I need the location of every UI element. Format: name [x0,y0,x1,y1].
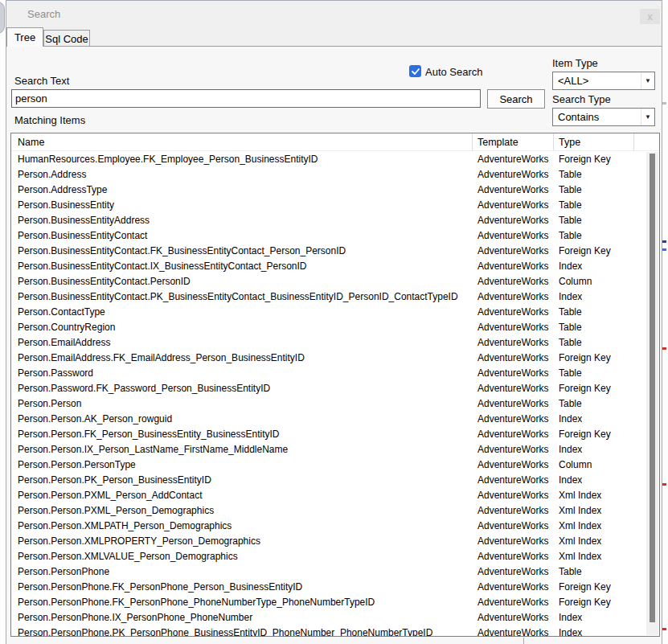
column-header-name[interactable]: Name [11,133,473,150]
table-row[interactable]: Person.EmailAddress AdventureWorks Table [11,334,646,350]
cell-type: Column [554,459,634,470]
table-row[interactable]: Person.BusinessEntityContact.FK_Business… [11,243,646,258]
table-row[interactable]: Person.PersonPhone.IX_PersonPhone_PhoneN… [11,609,646,625]
cell-type: Table [554,337,634,348]
table-row[interactable]: Person.PersonPhone.FK_PersonPhone_Person… [11,579,646,594]
cell-type: Index [554,291,634,302]
table-row[interactable]: Person.Person AdventureWorks Table [11,396,646,411]
cell-type: Table [554,322,634,333]
table-row[interactable]: HumanResources.Employee.FK_Employee_Pers… [11,151,646,166]
table-row[interactable]: Person.PersonPhone AdventureWorks Table [11,564,646,579]
table-row[interactable]: Person.CountryRegion AdventureWorks Tabl… [11,319,646,334]
cell-name: Person.BusinessEntityContact.FK_Business… [11,245,473,256]
table-row[interactable]: Person.Person.XMLVALUE_Person_Demographi… [11,548,646,564]
cell-name: Person.Password.FK_Password_Person_Busin… [11,383,473,394]
results-list: Name Template Type HumanResources.Employ… [10,133,660,637]
vertical-scrollbar[interactable] [646,152,658,635]
table-row[interactable]: Person.Person.PersonType AdventureWorks … [11,457,646,472]
table-row[interactable]: Person.BusinessEntityContact.IX_Business… [11,258,646,273]
cell-type: Index [554,627,634,637]
table-row[interactable]: Person.PersonPhone.PK_PersonPhone_Busine… [11,625,646,636]
scrollbar-thumb[interactable] [650,154,655,622]
cell-template: AdventureWorks [473,154,554,165]
background-artifact [662,240,666,243]
cell-name: Person.Person.AK_Person_rowguid [11,413,473,425]
table-row[interactable]: Person.BusinessEntityAddress AdventureWo… [11,212,646,228]
cell-template: AdventureWorks [473,260,554,272]
table-row[interactable]: Person.ContactType AdventureWorks Table [11,304,646,319]
cell-template: AdventureWorks [473,276,554,287]
search-type-select[interactable]: Contains ▼ [552,108,655,126]
table-row[interactable]: Person.Person.AK_Person_rowguid Adventur… [11,411,646,426]
table-row[interactable]: Person.EmailAddress.FK_EmailAddress_Pers… [11,350,646,365]
title-bar[interactable]: Search x [6,1,662,27]
cell-name: Person.BusinessEntityContact.PersonID [11,276,473,287]
table-row[interactable]: Person.Person.PXML_Person_AddContact Adv… [11,487,646,502]
table-row[interactable]: Person.Person.FK_Person_BusinessEntity_B… [11,426,646,441]
cell-template: AdventureWorks [473,322,554,333]
cell-template: AdventureWorks [473,520,554,531]
tab-strip: Tree Sql Code [6,27,662,46]
table-row[interactable]: Person.Person.IX_Person_LastName_FirstNa… [11,441,646,457]
cell-template: AdventureWorks [473,169,554,180]
auto-search-label: Auto Search [425,66,483,78]
cell-type: Table [554,367,634,379]
table-row[interactable]: Person.Person.PK_Person_BusinessEntityID… [11,472,646,487]
results-body: HumanResources.Employee.FK_Employee_Pers… [11,151,646,636]
cell-name: Person.Person.PK_Person_BusinessEntityID [11,474,473,486]
item-type-select[interactable]: <ALL> ▼ [552,72,655,90]
tab-tree[interactable]: Tree [6,27,43,47]
item-type-value: <ALL> [553,75,641,87]
table-row[interactable]: Person.Person.XMLPROPERTY_Person_Demogra… [11,533,646,548]
cell-template: AdventureWorks [473,352,554,363]
results-header: Name Template Type [11,133,659,151]
cell-type: Xml Index [554,505,634,516]
window-title: Search [27,8,60,20]
background-shape [0,2,5,34]
tab-tree-label: Tree [14,31,35,43]
search-button[interactable]: Search [487,89,545,109]
search-input[interactable] [11,89,481,108]
background-right-sliver [662,0,668,644]
cell-template: AdventureWorks [473,184,554,195]
table-row[interactable]: Person.AddressType AdventureWorks Table [11,182,646,197]
close-button[interactable]: x [640,9,660,24]
column-header-type[interactable]: Type [554,133,634,150]
column-header-template[interactable]: Template [473,133,554,150]
table-row[interactable]: Person.Password.FK_Password_Person_Busin… [11,380,646,396]
cell-type: Xml Index [554,551,634,562]
column-header-filler [634,133,659,150]
table-row[interactable]: Person.PersonPhone.FK_PersonPhone_PhoneN… [11,594,646,609]
cell-name: Person.BusinessEntityContact.PK_Business… [11,291,473,302]
tab-sql-code-label: Sql Code [45,33,88,45]
cell-template: AdventureWorks [473,505,554,516]
background-artifact [662,628,666,630]
table-row[interactable]: Person.BusinessEntity AdventureWorks Tab… [11,197,646,212]
cell-name: Person.BusinessEntityContact [11,230,473,241]
cell-name: Person.Person.PersonType [11,459,473,470]
cell-name: HumanResources.Employee.FK_Employee_Pers… [11,154,473,165]
cell-name: Person.ContactType [11,306,473,318]
cell-name: Person.PersonPhone.FK_PersonPhone_Person… [11,581,473,593]
table-row[interactable]: Person.Password AdventureWorks Table [11,365,646,380]
search-window: Search x Tree Sql Code Auto Search Item … [6,0,662,644]
tab-sql-code[interactable]: Sql Code [43,30,90,47]
cell-template: AdventureWorks [473,459,554,470]
table-row[interactable]: Person.BusinessEntityContact.PK_Business… [11,289,646,304]
table-row[interactable]: Person.Address AdventureWorks Table [11,166,646,182]
cell-name: Person.PersonPhone.FK_PersonPhone_PhoneN… [11,597,473,608]
cell-template: AdventureWorks [473,429,554,440]
auto-search-checkbox[interactable] [409,65,421,77]
cell-template: AdventureWorks [473,245,554,256]
cell-name: Person.Person.XMLVALUE_Person_Demographi… [11,551,473,562]
table-row[interactable]: Person.Person.XMLPATH_Person_Demographic… [11,518,646,533]
search-type-label: Search Type [552,93,611,105]
cell-name: Person.Address [11,169,473,180]
table-row[interactable]: Person.Person.PXML_Person_Demographics A… [11,502,646,518]
cell-name: Person.BusinessEntityContact.IX_Business… [11,260,473,272]
cell-name: Person.EmailAddress [11,337,473,348]
cell-type: Foreign Key [554,597,634,608]
table-row[interactable]: Person.BusinessEntityContact.PersonID Ad… [11,273,646,289]
search-text-label: Search Text [14,75,69,87]
table-row[interactable]: Person.BusinessEntityContact AdventureWo… [11,228,646,243]
